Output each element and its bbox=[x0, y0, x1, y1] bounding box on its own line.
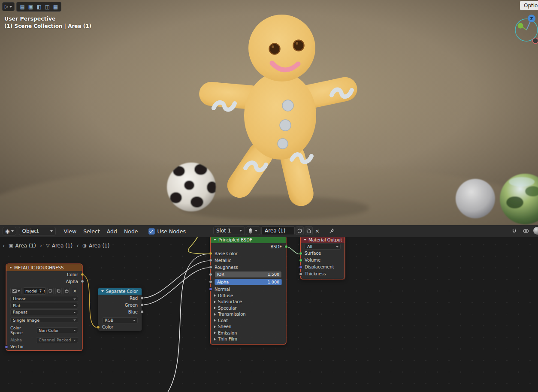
viewport-3d[interactable]: ▷ ▤ ▣ ◧ ◫ ▦ User Perspective (1) Scene C… bbox=[0, 0, 538, 225]
ior-slider[interactable]: IOR 1.500 bbox=[215, 271, 282, 278]
input-socket-surface[interactable] bbox=[299, 252, 302, 255]
gizmo-x-axis[interactable] bbox=[533, 38, 538, 44]
dropdown-value: Linear bbox=[13, 296, 26, 301]
gizmo-y-axis[interactable] bbox=[518, 23, 523, 29]
overlays-button[interactable] bbox=[521, 226, 530, 235]
chevron-down-icon bbox=[255, 230, 257, 232]
input-socket-base-color[interactable] bbox=[209, 252, 212, 255]
menu-add[interactable]: Add bbox=[103, 227, 121, 236]
image-duplicate-button[interactable] bbox=[55, 288, 62, 294]
breadcrumb-item-object[interactable]: ▣ Area (1) bbox=[9, 243, 36, 249]
checkbox-checked-icon[interactable] bbox=[148, 228, 155, 235]
preview-sphere-gray[interactable] bbox=[456, 179, 495, 218]
section-label: Coat bbox=[218, 318, 228, 323]
output-socket-color[interactable] bbox=[81, 273, 84, 276]
input-socket-volume[interactable] bbox=[299, 259, 302, 262]
node-image-texture[interactable]: METALLIC ROUGHNESS Color Alpha model_7_m… bbox=[6, 264, 82, 351]
image-name-field[interactable]: model_7_metall... bbox=[24, 287, 45, 295]
projection-dropdown[interactable]: Flat bbox=[10, 303, 78, 309]
breadcrumb-item-material[interactable]: ◑ Area (1) bbox=[82, 243, 109, 249]
section-sheen[interactable]: Sheen bbox=[211, 324, 286, 330]
node-editor-canvas[interactable]: › ▣ Area (1) › ▽ Area (1) › ◑ Area (1) M… bbox=[0, 237, 538, 392]
input-socket-alpha[interactable] bbox=[209, 280, 212, 283]
shader-editor-icon: ◉ bbox=[5, 228, 9, 234]
interpolation-dropdown[interactable]: Linear bbox=[10, 296, 78, 302]
display-toggle-button[interactable]: ▦ bbox=[53, 4, 58, 9]
input-socket-normal[interactable] bbox=[209, 287, 212, 291]
output-socket-green[interactable] bbox=[140, 303, 144, 307]
material-slot-dropdown[interactable]: Slot 1 bbox=[213, 226, 245, 235]
input-socket-color[interactable] bbox=[97, 326, 100, 329]
input-socket-metallic[interactable] bbox=[209, 259, 212, 262]
node-header[interactable]: Principled BSDF bbox=[211, 237, 286, 243]
display-toggle-button[interactable]: ▣ bbox=[28, 4, 33, 9]
editor-type-selector[interactable]: ◉ bbox=[3, 227, 16, 235]
breadcrumb-label: Area (1) bbox=[89, 243, 109, 249]
socket-label: Volume bbox=[305, 258, 320, 262]
node-principled-bsdf[interactable]: Principled BSDF BSDF Base Color Metallic… bbox=[210, 237, 286, 344]
mode-dropdown[interactable]: RGB bbox=[102, 317, 138, 323]
material-browse-dropdown[interactable] bbox=[246, 226, 260, 235]
navigation-gizmo[interactable]: Z bbox=[512, 11, 538, 54]
viewport-render bbox=[0, 0, 538, 225]
section-thin-film[interactable]: Thin Film bbox=[211, 336, 286, 343]
display-toggle-button[interactable]: ◧ bbox=[36, 4, 41, 9]
section-transmission[interactable]: Transmission bbox=[211, 311, 286, 318]
alpha-slider[interactable]: Alpha 1.000 bbox=[215, 279, 282, 286]
chevron-icon[interactable]: › bbox=[3, 242, 5, 249]
node-header[interactable]: Material Output bbox=[301, 237, 345, 243]
material-name-field[interactable]: Area (1) bbox=[261, 226, 295, 235]
node-header[interactable]: METALLIC ROUGHNESS bbox=[6, 264, 82, 271]
pin-button[interactable] bbox=[328, 226, 336, 235]
input-socket-displacement[interactable] bbox=[299, 265, 302, 269]
menu-node[interactable]: Node bbox=[121, 227, 142, 236]
output-socket-alpha[interactable] bbox=[81, 280, 84, 283]
object-data-icon: ▣ bbox=[9, 243, 13, 248]
unlink-material-button[interactable]: × bbox=[314, 226, 321, 235]
fake-user-button[interactable] bbox=[296, 226, 304, 235]
editor-options-sphere-icon[interactable] bbox=[533, 227, 538, 235]
output-socket-red[interactable] bbox=[140, 296, 144, 300]
section-specular[interactable]: Specular bbox=[211, 305, 286, 311]
image-unlink-button[interactable]: × bbox=[72, 288, 78, 294]
source-dropdown[interactable]: Single Image bbox=[10, 317, 78, 323]
extension-dropdown[interactable]: Repeat bbox=[10, 309, 78, 315]
options-button[interactable]: Optio bbox=[520, 1, 538, 10]
input-socket-thickness[interactable] bbox=[299, 272, 302, 276]
display-toggle-button[interactable]: ▤ bbox=[20, 4, 24, 9]
snap-button[interactable] bbox=[510, 226, 518, 235]
collapse-chevron-icon[interactable] bbox=[9, 267, 12, 268]
pin-icon bbox=[329, 228, 335, 234]
input-socket-vector[interactable] bbox=[5, 345, 8, 349]
menu-view[interactable]: View bbox=[60, 227, 80, 236]
section-diffuse[interactable]: Diffuse bbox=[211, 292, 286, 299]
image-fake-user-button[interactable] bbox=[47, 288, 54, 294]
breadcrumb-item-mesh[interactable]: ▽ Area (1) bbox=[46, 243, 73, 249]
socket-row-displacement: Displacement bbox=[301, 264, 345, 271]
editor-type-button[interactable]: ▷ bbox=[2, 2, 15, 11]
image-pack-button[interactable] bbox=[63, 288, 70, 294]
node-material-output[interactable]: Material Output All Surface Volume Displ… bbox=[300, 237, 345, 279]
target-dropdown[interactable]: All bbox=[305, 244, 341, 250]
input-socket-roughness[interactable] bbox=[209, 265, 212, 269]
node-separate-color[interactable]: Separate Color Red Green Blue RGB Color bbox=[98, 287, 142, 331]
display-toggle-button[interactable]: ◫ bbox=[45, 4, 50, 9]
output-socket-bsdf[interactable] bbox=[284, 245, 288, 248]
collapse-chevron-icon[interactable] bbox=[214, 239, 216, 241]
editor-menus: View Select Add Node bbox=[60, 227, 141, 236]
section-emission[interactable]: Emission bbox=[211, 330, 286, 336]
new-material-button[interactable] bbox=[305, 226, 313, 235]
use-nodes-toggle[interactable]: Use Nodes bbox=[148, 228, 186, 235]
shader-type-dropdown[interactable]: Object bbox=[19, 227, 56, 235]
output-socket-blue[interactable] bbox=[140, 310, 144, 314]
collapse-chevron-icon[interactable] bbox=[304, 239, 306, 241]
section-coat[interactable]: Coat bbox=[211, 317, 286, 324]
alpha-mode-dropdown[interactable]: Channel Packed bbox=[36, 337, 78, 343]
node-header[interactable]: Separate Color bbox=[98, 288, 142, 295]
collapse-chevron-icon[interactable] bbox=[101, 290, 104, 292]
image-browse-button[interactable] bbox=[10, 288, 22, 294]
color-space-dropdown[interactable]: Non-Color bbox=[36, 327, 78, 333]
menu-select[interactable]: Select bbox=[80, 227, 103, 236]
input-socket-ior[interactable] bbox=[209, 273, 212, 276]
section-subsurface[interactable]: Subsurface bbox=[211, 299, 286, 305]
